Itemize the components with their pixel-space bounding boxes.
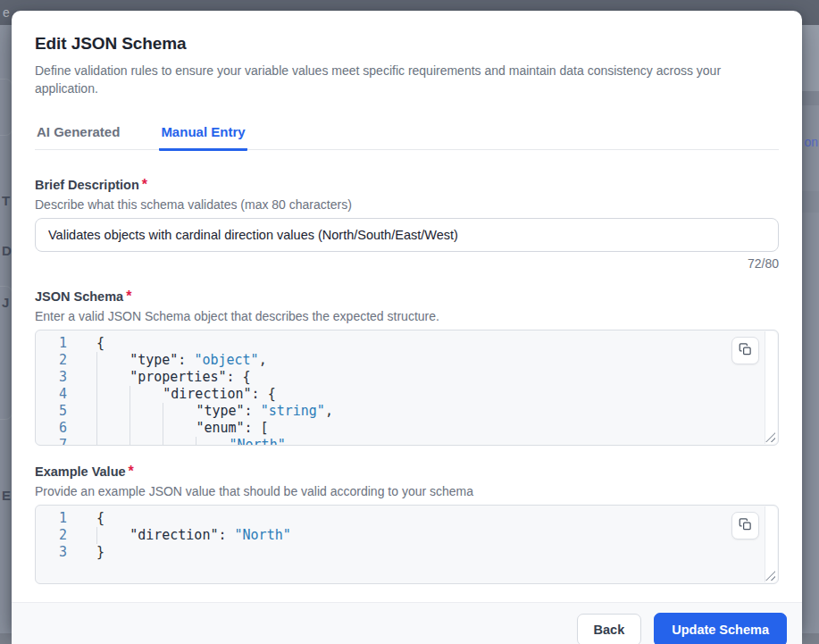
line-number: 7 bbox=[36, 437, 79, 446]
indent-guide bbox=[130, 420, 163, 437]
indent-guide bbox=[130, 437, 163, 446]
example-value-helper: Provide an example JSON value that shoul… bbox=[35, 484, 779, 498]
brief-description-field: Brief Description* Describe what this sc… bbox=[35, 177, 779, 271]
line-number: 4 bbox=[36, 386, 79, 403]
line-number: 2 bbox=[36, 527, 79, 544]
example-value-field: Example Value* Provide an example JSON v… bbox=[35, 464, 779, 584]
dimmed-text-fragment: J bbox=[2, 295, 9, 310]
code-line: 6 "enum": [ bbox=[36, 420, 778, 437]
dialog-header: Edit JSON Schema Define validation rules… bbox=[12, 11, 802, 97]
line-number: 3 bbox=[36, 544, 79, 561]
line-number: 5 bbox=[36, 403, 79, 420]
line-number: 3 bbox=[36, 369, 79, 386]
indent-guide bbox=[130, 403, 163, 420]
indent-guide bbox=[96, 527, 130, 544]
indent-guide bbox=[196, 437, 229, 446]
line-number: 6 bbox=[36, 420, 79, 437]
indent-guide bbox=[96, 352, 130, 369]
copy-button[interactable] bbox=[731, 337, 759, 364]
brief-description-input[interactable] bbox=[35, 218, 779, 252]
line-number: 1 bbox=[36, 510, 79, 527]
example-value-editor[interactable]: 1{2 "direction": "North"3} bbox=[35, 505, 779, 584]
code-line: 3} bbox=[36, 544, 778, 561]
dialog-footer: Back Update Schema bbox=[12, 602, 802, 644]
indent-guide bbox=[96, 437, 130, 446]
example-value-label: Example Value* bbox=[35, 464, 779, 480]
required-asterisk: * bbox=[129, 464, 134, 479]
code-line: 7 "North", bbox=[36, 437, 778, 446]
required-asterisk: * bbox=[142, 177, 147, 192]
indent-guide bbox=[96, 420, 130, 437]
code-line: 1{ bbox=[36, 335, 778, 352]
json-schema-field: JSON Schema* Enter a valid JSON Schema o… bbox=[35, 289, 779, 446]
code-line: 1{ bbox=[36, 510, 778, 527]
json-schema-helper: Enter a valid JSON Schema object that de… bbox=[35, 309, 779, 323]
edit-json-schema-dialog: Edit JSON Schema Define validation rules… bbox=[12, 11, 802, 633]
code-line: 5 "type": "string", bbox=[36, 403, 778, 420]
indent-guide bbox=[96, 386, 130, 403]
line-number: 2 bbox=[36, 352, 79, 369]
tab-bar: AI GeneratedManual Entry bbox=[35, 124, 779, 150]
json-schema-label: JSON Schema* bbox=[35, 289, 779, 305]
indent-guide bbox=[163, 403, 196, 420]
code-line: 4 "direction": { bbox=[36, 386, 778, 403]
update-schema-button[interactable]: Update Schema bbox=[654, 613, 787, 644]
code-line: 2 "direction": "North" bbox=[36, 527, 778, 544]
dimmed-page-row bbox=[801, 91, 819, 105]
dimmed-header-text-fragment: e bbox=[3, 5, 10, 20]
indent-guide bbox=[130, 386, 163, 403]
tab-manual-entry[interactable]: Manual Entry bbox=[159, 124, 247, 151]
indent-guide bbox=[163, 420, 196, 437]
character-count: 72/80 bbox=[35, 256, 779, 271]
back-button[interactable]: Back bbox=[577, 614, 642, 644]
copy-button[interactable] bbox=[731, 512, 759, 539]
tab-ai-generated[interactable]: AI Generated bbox=[35, 124, 121, 149]
copy-icon bbox=[739, 517, 752, 534]
dimmed-text-fragment: D bbox=[2, 243, 12, 258]
dimmed-text-fragment: E bbox=[2, 488, 11, 503]
required-asterisk: * bbox=[126, 289, 131, 304]
indent-guide bbox=[96, 369, 130, 386]
indent-guide bbox=[96, 403, 130, 420]
dialog-title: Edit JSON Schema bbox=[35, 34, 779, 54]
dialog-body: Brief Description* Describe what this sc… bbox=[12, 150, 802, 602]
indent-guide bbox=[163, 437, 196, 446]
line-number: 1 bbox=[36, 335, 79, 352]
dialog-description: Define validation rules to ensure your v… bbox=[35, 62, 779, 97]
editor-scrollbar-track[interactable] bbox=[765, 331, 777, 444]
code-line: 2 "type": "object", bbox=[36, 352, 778, 369]
copy-icon bbox=[739, 342, 752, 359]
dimmed-page-panel bbox=[0, 79, 13, 136]
dimmed-text-fragment: T bbox=[2, 193, 10, 208]
dimmed-page-row bbox=[801, 25, 819, 91]
code-line: 3 "properties": { bbox=[36, 369, 778, 386]
json-schema-editor[interactable]: 1{2 "type": "object",3 "properties": {4 … bbox=[35, 330, 779, 446]
brief-description-label: Brief Description* bbox=[35, 177, 779, 193]
brief-description-helper: Describe what this schema validates (max… bbox=[35, 197, 779, 212]
dimmed-page-row bbox=[801, 191, 819, 213]
dimmed-link-fragment: on bbox=[804, 135, 818, 149]
